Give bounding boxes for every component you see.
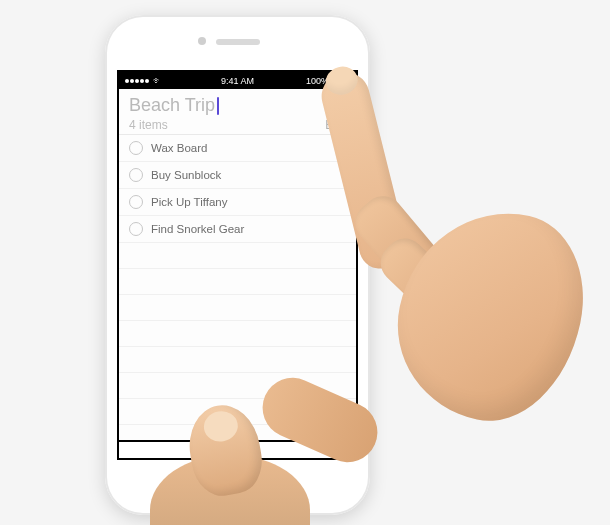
battery-icon: [332, 77, 350, 85]
item-count-label: 4 items: [129, 118, 168, 132]
status-left: ᯤ: [125, 76, 162, 86]
speaker-grille: [216, 39, 260, 45]
list-item[interactable]: Buy Sunblock: [119, 162, 356, 189]
status-time: 9:41 AM: [221, 76, 254, 86]
bottom-toolbar: [119, 440, 356, 458]
unchecked-circle-icon[interactable]: [129, 168, 143, 182]
list-title-field[interactable]: Beach Trip: [129, 95, 346, 116]
empty-row[interactable]: [119, 295, 356, 321]
list-item-label: Find Snorkel Gear: [151, 223, 244, 235]
text-cursor-icon: [217, 97, 219, 115]
empty-row[interactable]: [119, 347, 356, 373]
unchecked-circle-icon[interactable]: [129, 222, 143, 236]
empty-row[interactable]: [119, 373, 356, 399]
wifi-icon: ᯤ: [153, 76, 162, 86]
screen: ᯤ 9:41 AM 100% Beach Trip 4 items Edit W…: [117, 70, 358, 460]
list-title-text: Beach Trip: [129, 95, 215, 116]
list-header: Beach Trip 4 items Edit: [119, 89, 356, 135]
unchecked-circle-icon[interactable]: [129, 141, 143, 155]
empty-row[interactable]: [119, 399, 356, 425]
status-right: 100%: [306, 76, 350, 86]
signal-dots-icon: [125, 79, 149, 83]
todo-list: Wax Board Buy Sunblock Pick Up Tiffany F…: [119, 135, 356, 440]
unchecked-circle-icon[interactable]: [129, 195, 143, 209]
list-item-label: Buy Sunblock: [151, 169, 221, 181]
empty-row[interactable]: [119, 269, 356, 295]
status-bar: ᯤ 9:41 AM 100%: [119, 72, 356, 89]
empty-row[interactable]: [119, 321, 356, 347]
edit-button[interactable]: Edit: [325, 118, 346, 132]
list-item[interactable]: Find Snorkel Gear: [119, 216, 356, 243]
front-camera: [198, 37, 206, 45]
empty-row[interactable]: [119, 243, 356, 269]
list-item[interactable]: Pick Up Tiffany: [119, 189, 356, 216]
list-item-label: Pick Up Tiffany: [151, 196, 228, 208]
empty-row[interactable]: [119, 425, 356, 440]
battery-pct: 100%: [306, 76, 329, 86]
phone-frame: ᯤ 9:41 AM 100% Beach Trip 4 items Edit W…: [105, 15, 370, 515]
list-item[interactable]: Wax Board: [119, 135, 356, 162]
home-button[interactable]: [218, 465, 258, 505]
list-item-label: Wax Board: [151, 142, 207, 154]
